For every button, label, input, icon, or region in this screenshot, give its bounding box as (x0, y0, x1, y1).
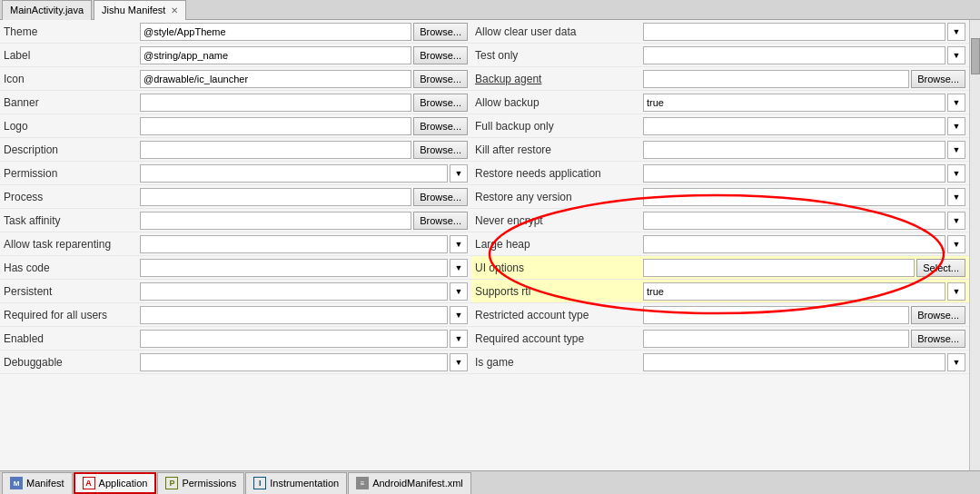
allow-task-reparenting-dropdown[interactable]: ▼ (450, 235, 468, 253)
tab-manifest[interactable]: M Manifest (2, 472, 73, 494)
theme-row: Theme Browse... (0, 20, 471, 44)
allow-backup-label: Allow backup (475, 96, 643, 109)
has-code-label: Has code (4, 262, 140, 274)
tab-application[interactable]: A Application (74, 472, 157, 494)
persistent-input[interactable] (140, 282, 448, 301)
has-code-dropdown[interactable]: ▼ (450, 259, 468, 277)
large-heap-row: Large heap ▼ (471, 232, 969, 256)
restore-needs-dropdown[interactable]: ▼ (947, 164, 965, 183)
icon-input[interactable] (140, 70, 411, 88)
allow-backup-dropdown[interactable]: ▼ (947, 94, 965, 112)
allow-clear-value (643, 23, 945, 41)
process-row: Process Browse... (0, 185, 471, 209)
tab-mainactivity[interactable]: MainActivity.java (2, 0, 92, 20)
theme-browse-button[interactable]: Browse... (413, 23, 468, 41)
description-browse-button[interactable]: Browse... (413, 141, 468, 159)
manifest-tab-icon: M (10, 477, 23, 489)
task-affinity-input[interactable] (140, 212, 411, 230)
logo-input[interactable] (140, 117, 411, 135)
allow-task-reparenting-row: Allow task reparenting ▼ (0, 232, 471, 256)
allow-clear-dropdown[interactable]: ▼ (947, 23, 965, 41)
logo-browse-button[interactable]: Browse... (413, 117, 468, 135)
never-encrypt-dropdown[interactable]: ▼ (947, 212, 965, 230)
large-heap-label: Large heap (475, 238, 643, 251)
large-heap-value (643, 235, 945, 253)
tab-instrumentation[interactable]: I Instrumentation (245, 472, 347, 494)
process-label: Process (4, 191, 140, 203)
is-game-dropdown[interactable]: ▼ (947, 353, 965, 371)
tab-manifest-label: Manifest (26, 478, 64, 489)
restricted-account-row: Restricted account type Browse... (471, 303, 969, 327)
debuggable-dropdown[interactable]: ▼ (450, 353, 468, 371)
icon-browse-button[interactable]: Browse... (413, 70, 468, 88)
logo-label: Logo (4, 120, 140, 133)
panels-wrapper: Theme Browse... Label Browse... Icon Bro… (0, 20, 980, 470)
debuggable-input[interactable] (140, 353, 448, 371)
restricted-account-label: Restricted account type (475, 309, 643, 321)
banner-input[interactable] (140, 94, 411, 112)
full-backup-label: Full backup only (475, 120, 643, 133)
ui-options-select-button[interactable]: Select... (916, 259, 965, 277)
required-all-users-label: Required for all users (4, 309, 140, 321)
scroll-thumb[interactable] (971, 38, 980, 74)
enabled-row: Enabled ▼ (0, 327, 471, 351)
restore-any-row: Restore any version ▼ (471, 185, 969, 209)
label-input[interactable] (140, 46, 411, 64)
label-label: Label (4, 49, 140, 62)
banner-browse-button[interactable]: Browse... (413, 94, 468, 112)
theme-label: Theme (4, 25, 140, 38)
application-tab-icon: A (83, 477, 95, 489)
allow-task-reparenting-input[interactable] (140, 235, 448, 253)
process-browse-button[interactable]: Browse... (413, 188, 468, 206)
description-input[interactable] (140, 141, 411, 159)
debuggable-label: Debuggable (4, 356, 140, 369)
large-heap-dropdown[interactable]: ▼ (947, 235, 965, 253)
kill-after-restore-value (643, 141, 945, 159)
full-backup-row: Full backup only ▼ (471, 114, 969, 138)
required-all-users-input[interactable] (140, 306, 448, 324)
ui-options-row: UI options Select... (471, 256, 969, 280)
tab-mainactivity-label: MainActivity.java (10, 5, 84, 15)
tab-androidmanifest-xml[interactable]: ≡ AndroidManifest.xml (348, 472, 471, 494)
tab-permissions[interactable]: P Permissions (157, 472, 244, 494)
close-icon[interactable]: ✕ (171, 5, 178, 15)
backup-agent-browse-button[interactable]: Browse... (911, 70, 965, 88)
required-account-row: Required account type Browse... (471, 327, 969, 351)
required-all-users-dropdown[interactable]: ▼ (450, 306, 468, 324)
androidmanifest-tab-icon: ≡ (356, 477, 369, 489)
enabled-dropdown[interactable]: ▼ (450, 330, 468, 348)
permission-input[interactable] (140, 164, 448, 183)
restore-needs-label: Restore needs application (475, 167, 643, 180)
required-account-label: Required account type (475, 332, 643, 345)
supports-rtl-value: true (643, 282, 945, 301)
kill-after-restore-dropdown[interactable]: ▼ (947, 141, 965, 159)
full-backup-value (643, 117, 945, 135)
permission-label: Permission (4, 167, 140, 180)
enabled-input[interactable] (140, 330, 448, 348)
theme-input[interactable] (140, 23, 411, 41)
persistent-row: Persistent ▼ (0, 280, 471, 303)
icon-row: Icon Browse... (0, 67, 471, 91)
test-only-value (643, 46, 945, 64)
supports-rtl-dropdown[interactable]: ▼ (947, 282, 965, 301)
process-input[interactable] (140, 188, 411, 206)
backup-agent-label[interactable]: Backup agent (475, 73, 643, 85)
tab-instrumentation-label: Instrumentation (270, 478, 339, 489)
icon-label: Icon (4, 73, 140, 85)
task-affinity-browse-button[interactable]: Browse... (413, 212, 468, 230)
persistent-dropdown[interactable]: ▼ (450, 282, 468, 301)
scrollbar[interactable] (969, 20, 980, 470)
permission-dropdown[interactable]: ▼ (450, 164, 468, 183)
restore-needs-row: Restore needs application ▼ (471, 162, 969, 185)
is-game-value (643, 353, 945, 371)
has-code-input[interactable] (140, 259, 448, 277)
required-account-browse-button[interactable]: Browse... (911, 330, 965, 348)
restore-any-label: Restore any version (475, 191, 643, 203)
label-browse-button[interactable]: Browse... (413, 46, 468, 64)
restricted-account-browse-button[interactable]: Browse... (911, 306, 965, 324)
restore-any-dropdown[interactable]: ▼ (947, 188, 965, 206)
tab-jishu-manifest[interactable]: Jishu Manifest ✕ (94, 0, 186, 20)
test-only-dropdown[interactable]: ▼ (947, 46, 965, 64)
bottom-tab-bar: M Manifest A Application P Permissions I… (0, 470, 980, 494)
full-backup-dropdown[interactable]: ▼ (947, 117, 965, 135)
